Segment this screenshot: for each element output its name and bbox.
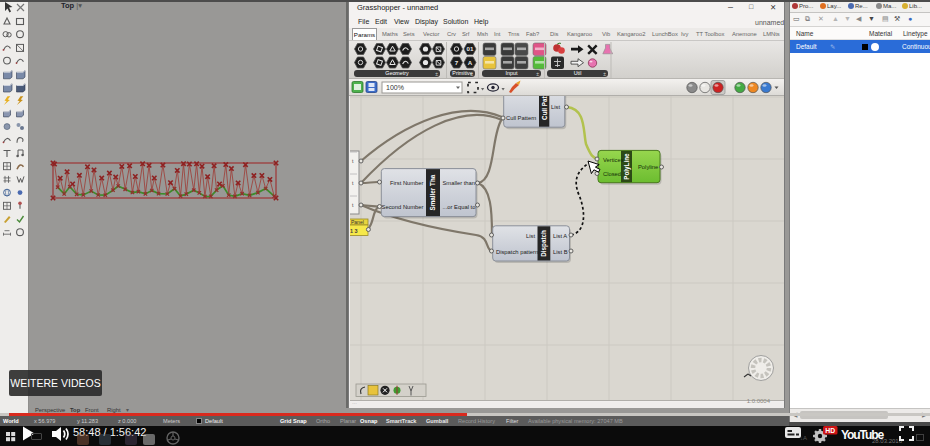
svg-text:±: ± bbox=[603, 71, 606, 77]
svg-text:1 3: 1 3 bbox=[350, 228, 358, 234]
svg-text:Cull Patt: Cull Patt bbox=[541, 96, 548, 120]
svg-text:Panel: Panel bbox=[351, 219, 364, 225]
svg-text:Closed: Closed bbox=[603, 171, 621, 177]
svg-text:List B: List B bbox=[553, 249, 568, 255]
svg-text:Dispatch: Dispatch bbox=[540, 230, 548, 257]
svg-text:Vertices: Vertices bbox=[603, 157, 624, 163]
svg-text:Polyline: Polyline bbox=[638, 164, 658, 170]
svg-text:List: List bbox=[551, 104, 560, 110]
svg-text:HD: HD bbox=[825, 426, 835, 433]
svg-text:List: List bbox=[526, 233, 535, 239]
svg-text:01: 01 bbox=[467, 45, 474, 52]
svg-text:List A: List A bbox=[553, 233, 567, 239]
svg-text:±: ± bbox=[536, 71, 539, 77]
svg-text:Smaller Tha: Smaller Tha bbox=[430, 174, 437, 210]
svg-text:First Number: First Number bbox=[390, 180, 424, 186]
svg-text:PolyLine: PolyLine bbox=[623, 153, 631, 180]
svg-text:Dispatch pattern: Dispatch pattern bbox=[496, 249, 538, 255]
svg-text:±: ± bbox=[470, 71, 473, 77]
svg-text:Input: Input bbox=[506, 70, 518, 76]
svg-text:Geometry: Geometry bbox=[385, 70, 409, 76]
svg-text:...or Equal to: ...or Equal to bbox=[443, 204, 476, 210]
svg-text:±: ± bbox=[435, 71, 438, 77]
svg-text:Cull Pattern: Cull Pattern bbox=[506, 115, 536, 121]
svg-text:Second Number: Second Number bbox=[382, 204, 424, 210]
svg-text:A: A bbox=[468, 59, 473, 66]
svg-text:Util: Util bbox=[574, 70, 582, 76]
svg-text:Smaller than: Smaller than bbox=[443, 180, 476, 186]
svg-text:100%: 100% bbox=[386, 84, 404, 91]
svg-text:7: 7 bbox=[455, 59, 459, 66]
